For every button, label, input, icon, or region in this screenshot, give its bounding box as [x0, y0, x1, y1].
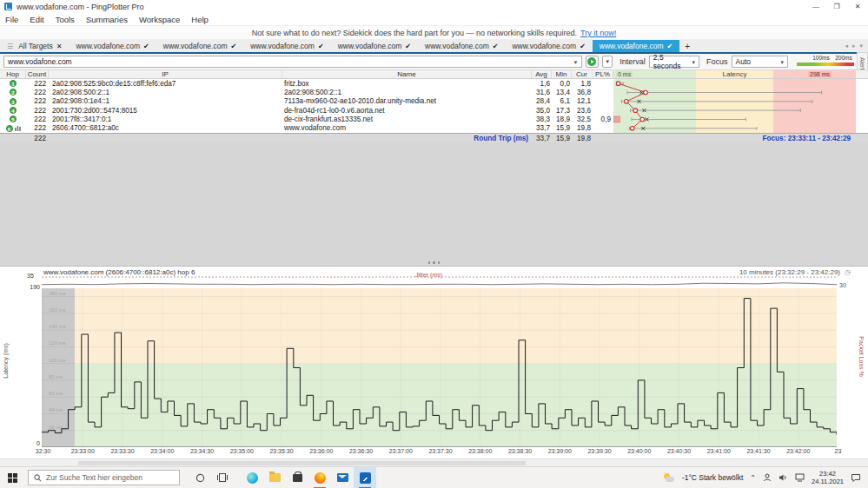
pl-cell	[593, 106, 613, 115]
volume-icon[interactable]	[779, 473, 788, 482]
interval-select[interactable]: 2,5 seconds ▼	[649, 56, 699, 68]
x-tick-label: 23:36:00	[302, 448, 341, 454]
graph-range-icon[interactable]: ◷	[845, 268, 851, 276]
chevron-down-icon[interactable]: ▼	[573, 60, 579, 65]
x-tick-label: 23:34:00	[143, 448, 182, 454]
tab-all-targets[interactable]: ☰All Targets✕	[0, 40, 69, 52]
list-icon: ☰	[7, 43, 13, 50]
taskbar-clock[interactable]: 23:42 24.11.2021	[812, 470, 844, 486]
check-icon: ✔	[667, 43, 673, 50]
try-it-now-link[interactable]: Try it now!	[580, 29, 616, 37]
mail-button[interactable]	[331, 467, 354, 488]
hop-number-badge: 1	[10, 80, 17, 87]
svg-text:160 ms: 160 ms	[49, 307, 66, 313]
col-pl[interactable]: PL%	[593, 70, 613, 78]
tab-target-2[interactable]: www.vodafone.com✔	[156, 40, 243, 52]
col-latency[interactable]: 0 ms Latency 298 ms	[613, 70, 856, 78]
jitter-strip	[42, 274, 837, 288]
avg-cell: 31,6	[532, 88, 552, 96]
windows-logo-icon	[8, 473, 17, 483]
cortana-button[interactable]	[189, 467, 211, 488]
edge-taskbar-button[interactable]	[241, 467, 263, 488]
col-cur[interactable]: Cur	[572, 70, 593, 78]
count-cell: 222	[26, 97, 49, 106]
add-tab-button[interactable]: +	[679, 40, 695, 52]
file-explorer-button[interactable]	[263, 467, 286, 488]
x-tick-label: 23:36:30	[342, 448, 381, 454]
scrollbar-thumb[interactable]	[78, 461, 526, 465]
menu-item-summaries[interactable]: Summaries	[86, 15, 128, 24]
y2-axis-title: Packet Loss %	[858, 333, 865, 381]
hop-number-badge: 6	[6, 125, 13, 132]
start-trace-button[interactable]	[586, 56, 600, 68]
x-tick-label: 23:39:30	[580, 448, 619, 454]
col-count[interactable]: Count	[26, 70, 49, 78]
tab-target-4[interactable]: www.vodafone.com✔	[331, 40, 418, 52]
tab-target-1[interactable]: www.vodafone.com✔	[69, 40, 156, 52]
tab-target-5[interactable]: www.vodafone.com✔	[418, 40, 505, 52]
weather-text[interactable]: -1°C Stark bewölkt	[682, 473, 743, 482]
avg-cell: 33,7	[532, 124, 552, 133]
tab-target-3[interactable]: www.vodafone.com✔	[243, 40, 330, 52]
latency-max-chip: 298 ms	[808, 71, 832, 77]
pingplotter-icon	[360, 472, 371, 484]
pane-splitter[interactable]	[0, 260, 868, 266]
menu-item-help[interactable]: Help	[191, 15, 209, 24]
taskbar-search-box[interactable]: Zur Suche Text hier eingeben	[28, 470, 180, 485]
firefox-button[interactable]	[308, 467, 331, 488]
latency-time-plot[interactable]: 20 ms40 ms60 ms80 ms100 ms120 ms140 ms16…	[42, 288, 837, 447]
pingplotter-taskbar-button[interactable]	[354, 467, 376, 488]
col-hop[interactable]: Hop	[0, 70, 26, 78]
tray-expand-chevron[interactable]: ⌃	[750, 474, 756, 482]
hop-number-badge: 4	[10, 107, 17, 114]
close-icon[interactable]: ✕	[56, 43, 63, 50]
menu-item-workspace[interactable]: Workspace	[139, 15, 180, 24]
menu-item-tools[interactable]: Tools	[56, 15, 75, 24]
pl-cell: 0,9	[593, 115, 613, 123]
ip-cell: 2001:730:2d00::5474:8015	[49, 106, 282, 115]
x-tick-label: 23:38:00	[461, 448, 500, 454]
user-icon[interactable]	[763, 473, 772, 482]
col-min[interactable]: Min	[552, 70, 572, 78]
summary-row: 222 Round Trip (ms) 33,7 15,9 19,8 Focus…	[0, 133, 868, 142]
trace-options-dropdown[interactable]: ▼	[602, 56, 613, 68]
pl-cell	[593, 97, 613, 106]
minimize-button[interactable]: —	[805, 0, 826, 13]
cur-cell: 36,8	[572, 88, 593, 96]
chevron-down-icon: ▼	[779, 60, 785, 65]
action-center-icon[interactable]	[851, 473, 861, 483]
focus-select[interactable]: Auto ▼	[732, 56, 789, 68]
tab-target-6[interactable]: www.vodafone.com✔	[505, 40, 592, 52]
tab-overflow-icon: ▾	[859, 43, 863, 49]
min-cell: 6,1	[552, 97, 572, 106]
focus-whisker-plot	[613, 79, 856, 133]
weather-icon[interactable]	[664, 473, 675, 483]
close-button[interactable]: ✕	[847, 0, 868, 13]
pl-cell	[593, 79, 613, 88]
x-tick-label: 23:35:30	[262, 448, 301, 454]
x-tick-label: 23:38:30	[501, 448, 540, 454]
x-tick-label: 23:37:00	[381, 448, 420, 454]
empty-workspace-area	[0, 142, 868, 260]
task-view-button[interactable]	[211, 467, 234, 488]
store-button[interactable]	[286, 467, 308, 488]
horizontal-scrollbar[interactable]	[0, 458, 868, 466]
ip-cell: 2a02:908:525:9bc0:de15:c8ff:fef6:eda7	[49, 79, 282, 88]
toolbar: www.vodafone.com ▼ ▼ Interval 2,5 second…	[0, 54, 858, 69]
chevron-down-icon: ▼	[691, 60, 696, 65]
maximize-button[interactable]: ❐	[826, 0, 847, 13]
check-icon: ✔	[493, 43, 499, 50]
tab-target-7[interactable]: www.vodafone.com✔	[593, 40, 679, 52]
start-button[interactable]	[0, 467, 24, 488]
hop-number-badge: 2	[10, 89, 17, 96]
col-avg[interactable]: Avg	[532, 70, 552, 78]
menu-item-edit[interactable]: Edit	[30, 15, 43, 24]
col-name[interactable]: Name	[282, 70, 532, 78]
tab-scroll-controls[interactable]: ◂▸▾	[845, 40, 868, 52]
target-input[interactable]: www.vodafone.com ▼	[3, 56, 582, 68]
menu-item-file[interactable]: File	[5, 15, 18, 24]
network-icon[interactable]	[795, 473, 805, 482]
col-ip[interactable]: IP	[49, 70, 282, 78]
cur-cell: 23,6	[572, 106, 593, 115]
folder-icon	[269, 473, 281, 482]
